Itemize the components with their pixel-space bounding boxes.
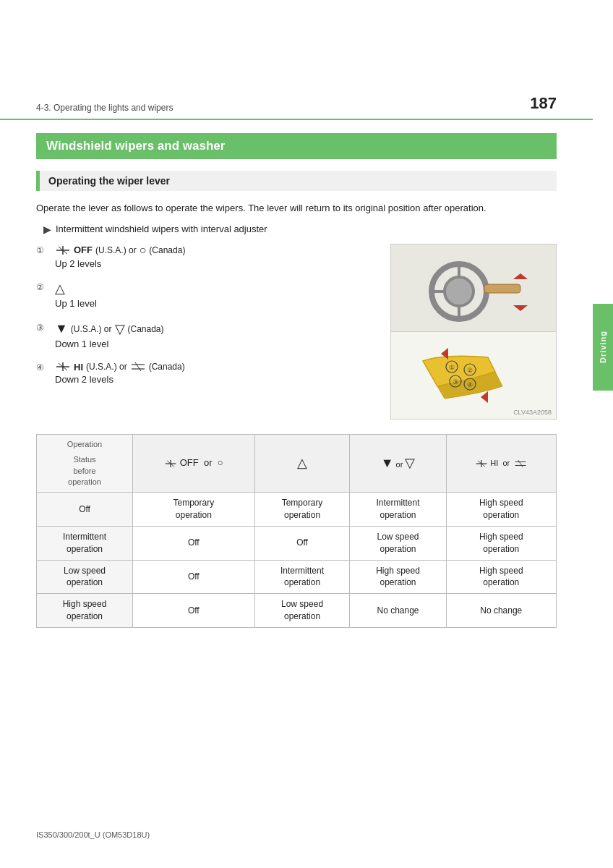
svg-point-10	[445, 277, 473, 306]
operation-table: Operation Statusbeforeoperation OFF or ○	[36, 434, 557, 628]
svg-text:①: ①	[449, 364, 455, 371]
subsection-heading: Operating the wiper lever	[36, 171, 557, 191]
lever-item-4: ④ HI (U.S.A.) or	[36, 361, 376, 387]
svg-text:④: ④	[467, 381, 473, 388]
diagram-bottom: ① ② ③ ④ CLV43A2058	[391, 332, 556, 419]
side-tab: Driving	[593, 304, 613, 391]
wiper-hi-canada-icon	[130, 361, 146, 373]
col4-icon-b	[514, 459, 527, 469]
cell-2-1: Off	[133, 526, 255, 560]
section-title: 4-3. Operating the lights and wipers	[36, 103, 173, 113]
svg-marker-16	[513, 305, 528, 311]
diagram-top	[391, 244, 556, 332]
svg-text:③: ③	[453, 378, 458, 386]
bullet-arrow-icon: ▶	[43, 224, 51, 235]
table-header-status: Operation Statusbeforeoperation	[37, 434, 133, 493]
table-col-4: HI or	[446, 434, 556, 493]
cell-2-3: Low speedoperation	[350, 526, 446, 560]
table-col-3: ▼ or ▽	[350, 434, 446, 493]
svg-rect-14	[484, 284, 520, 293]
wiper-off-icon	[55, 244, 71, 256]
cell-3-1: Off	[133, 560, 255, 594]
cell-4-3: No change	[350, 594, 446, 628]
row-label-4: High speedoperation	[37, 594, 133, 628]
svg-marker-26	[481, 391, 488, 403]
page-footer: IS350/300/200t_U (OM53D18U)	[36, 830, 150, 839]
cell-4-2: Low speedoperation	[254, 594, 350, 628]
down-solid-arrow-icon: ▼	[55, 321, 68, 336]
table-col-1: OFF or ○	[133, 434, 255, 493]
intro-text: Operate the lever as follows to operate …	[36, 201, 557, 216]
wiper-hi-icon	[55, 361, 71, 373]
table-col-2: △	[254, 434, 350, 493]
cell-1-1: Temporaryoperation	[133, 493, 255, 527]
row-label-2: Intermittentoperation	[37, 526, 133, 560]
col1-icon	[164, 459, 177, 469]
row-label-1: Off	[37, 493, 133, 527]
svg-line-8	[135, 362, 141, 371]
cell-3-2: Intermittentoperation	[254, 560, 350, 594]
cell-3-4: High speedoperation	[446, 560, 556, 594]
cell-1-3: Intermittentoperation	[350, 493, 446, 527]
page-number: 187	[530, 94, 557, 113]
cell-3-3: High speedoperation	[350, 560, 446, 594]
table-row-3: Low speedoperation Off Intermittentopera…	[37, 560, 557, 594]
cell-1-4: High speedoperation	[446, 493, 556, 527]
cell-2-2: Off	[254, 526, 350, 560]
main-content: Windshield wipers and washer Operating t…	[0, 133, 593, 657]
table-row-2: Intermittentoperation Off Off Low speedo…	[37, 526, 557, 560]
lever-detail-svg: ① ② ③ ④	[401, 339, 546, 412]
lever-list: ① OFF (U.S.A.) or ○ (Canada)	[36, 244, 376, 420]
bullet-item: ▶ Intermittent windshield wipers with in…	[43, 224, 557, 235]
cell-1-2: Temporaryoperation	[254, 493, 350, 527]
table-row-4: High speedoperation Off Low speedoperati…	[37, 594, 557, 628]
page-container: Driving 4-3. Operating the lights and wi…	[0, 0, 613, 868]
lever-item-2: ② △ Up 1 level	[36, 281, 376, 311]
table-row-1: Off Temporaryoperation Temporaryoperatio…	[37, 493, 557, 527]
diagram-area: ① ② ③ ④ CLV43A2058	[390, 244, 557, 420]
lever-section: ① OFF (U.S.A.) or ○ (Canada)	[36, 244, 557, 420]
cell-2-4: High speedoperation	[446, 526, 556, 560]
up-arrow-icon: △	[55, 281, 65, 297]
col4-icon-a	[475, 459, 488, 469]
svg-marker-15	[513, 273, 528, 279]
row-label-3: Low speedoperation	[37, 560, 133, 594]
cell-4-1: Off	[133, 594, 255, 628]
svg-text:②: ②	[467, 367, 473, 374]
diagram-caption: CLV43A2058	[513, 409, 552, 416]
down-outline-arrow-icon: ▽	[115, 321, 125, 337]
lever-item-1: ① OFF (U.S.A.) or ○ (Canada)	[36, 244, 376, 271]
lever-item-3: ③ ▼ (U.S.A.) or ▽ (Canada) Down 1 level	[36, 321, 376, 352]
cell-4-4: No change	[446, 594, 556, 628]
page-header: 4-3. Operating the lights and wipers 187	[0, 0, 593, 120]
steering-wheel-svg	[401, 252, 546, 324]
svg-line-35	[518, 460, 523, 467]
section-heading: Windshield wipers and washer	[36, 133, 557, 159]
